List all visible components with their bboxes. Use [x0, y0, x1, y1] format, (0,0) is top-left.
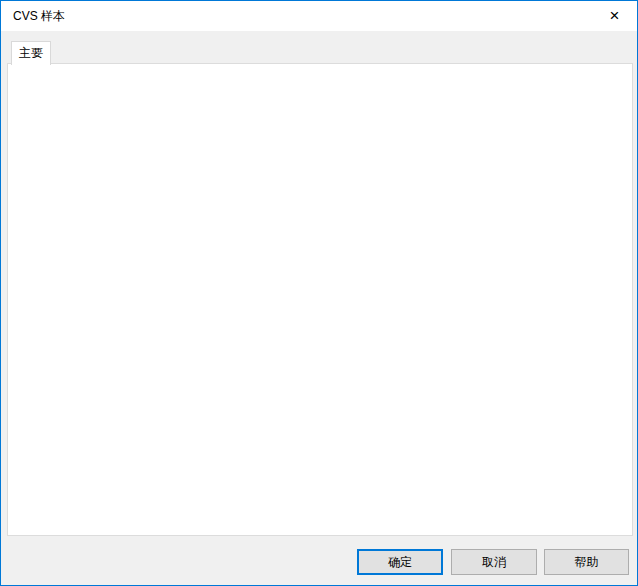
- window-title: CVS 样本: [13, 1, 65, 31]
- tab-page: [7, 63, 633, 536]
- cancel-button[interactable]: 取消: [451, 549, 537, 575]
- dialog-cvs-sample: CVS 样本 × 主要 账面价值 层编号 ✓ 种子 invoice_amoun …: [0, 0, 638, 586]
- help-button[interactable]: 帮助: [544, 549, 629, 575]
- close-icon[interactable]: ×: [592, 1, 637, 31]
- tab-main[interactable]: 主要: [11, 41, 51, 65]
- title-bar: CVS 样本 ×: [1, 1, 637, 31]
- ok-button[interactable]: 确定: [357, 549, 443, 575]
- tab-main-label: 主要: [19, 45, 43, 62]
